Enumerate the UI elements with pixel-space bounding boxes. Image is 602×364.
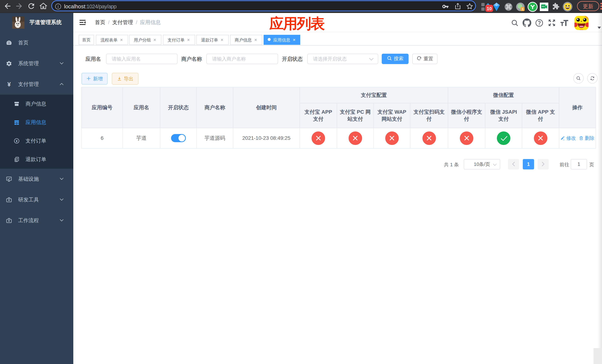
- svg-text:¥: ¥: [7, 81, 11, 87]
- svg-text:10: 10: [487, 6, 492, 11]
- svg-text:1: 1: [522, 7, 523, 11]
- svg-text:¥: ¥: [16, 139, 18, 143]
